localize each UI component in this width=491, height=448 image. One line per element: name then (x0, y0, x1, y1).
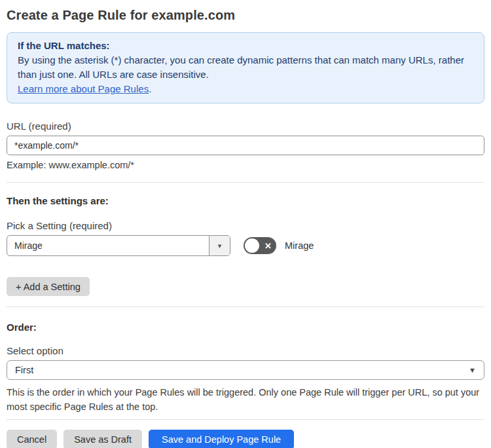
setting-select-caret-button[interactable]: ▾ (209, 236, 230, 255)
info-box-body: By using the asterisk (*) character, you… (18, 53, 473, 82)
toggle-off-x-icon: ✕ (264, 242, 272, 250)
info-box-link-line: Learn more about Page Rules. (18, 82, 473, 96)
chevron-down-icon: ▼ (469, 366, 476, 374)
divider (7, 307, 484, 307)
url-match-info-box: If the URL matches: By using the asteris… (7, 32, 484, 103)
order-select-value: First (15, 365, 33, 375)
add-setting-button[interactable]: + Add a Setting (7, 277, 90, 296)
setting-select-value: Mirage (7, 236, 209, 255)
order-select-label: Select option (7, 345, 484, 356)
url-input[interactable] (7, 136, 484, 155)
url-field-label: URL (required) (7, 121, 484, 132)
order-section-heading: Order: (7, 322, 484, 333)
order-helper-text: This is the order in which your Page Rul… (7, 385, 481, 414)
learn-more-link[interactable]: Learn more about Page Rules (18, 83, 149, 94)
toggle-knob (245, 238, 259, 253)
mirage-toggle[interactable]: ✕ (244, 237, 276, 254)
setting-row: Mirage ▾ ✕ Mirage (7, 235, 484, 256)
divider (7, 419, 484, 420)
page-rule-form: Create a Page Rule for example.com If th… (0, 8, 491, 448)
chevron-down-icon: ▾ (218, 242, 222, 250)
order-select[interactable]: First ▼ (7, 360, 484, 380)
url-example-helper: Example: www.example.com/* (7, 160, 484, 170)
cancel-button[interactable]: Cancel (7, 430, 57, 448)
pick-setting-label: Pick a Setting (required) (7, 220, 484, 231)
settings-section-heading: Then the settings are: (7, 195, 484, 206)
save-draft-button[interactable]: Save as Draft (64, 430, 142, 448)
footer-actions: Cancel Save as Draft Save and Deploy Pag… (7, 430, 484, 448)
info-box-heading: If the URL matches: (18, 39, 473, 53)
divider (7, 182, 484, 183)
toggle-label: Mirage (285, 240, 314, 251)
link-suffix: . (149, 83, 151, 94)
setting-select[interactable]: Mirage ▾ (7, 235, 230, 256)
save-deploy-button[interactable]: Save and Deploy Page Rule (149, 430, 294, 448)
page-title: Create a Page Rule for example.com (7, 8, 484, 23)
